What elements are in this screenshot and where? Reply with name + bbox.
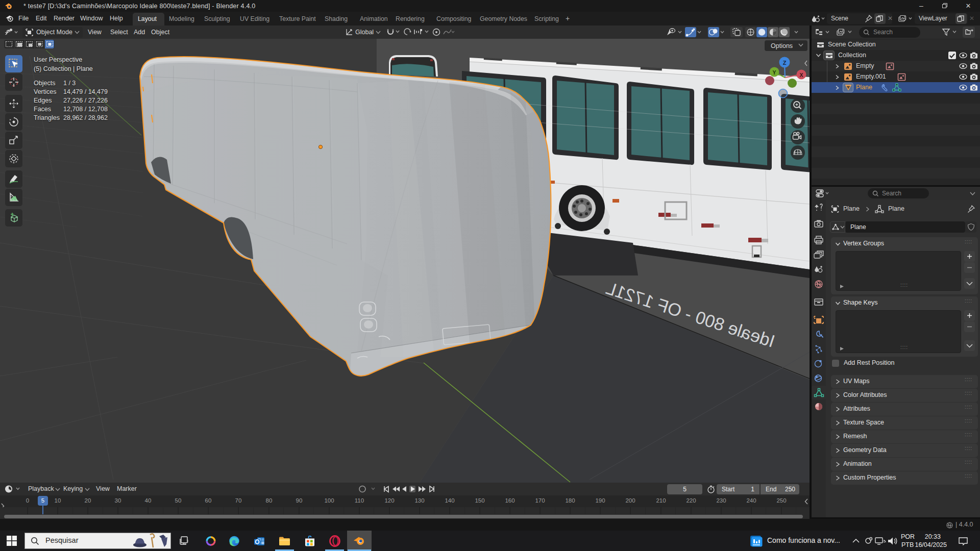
svg-text:Options: Options	[771, 42, 793, 49]
svg-text:Y: Y	[772, 69, 776, 76]
svg-text:X: X	[799, 72, 803, 78]
svg-text:Z: Z	[783, 60, 787, 66]
